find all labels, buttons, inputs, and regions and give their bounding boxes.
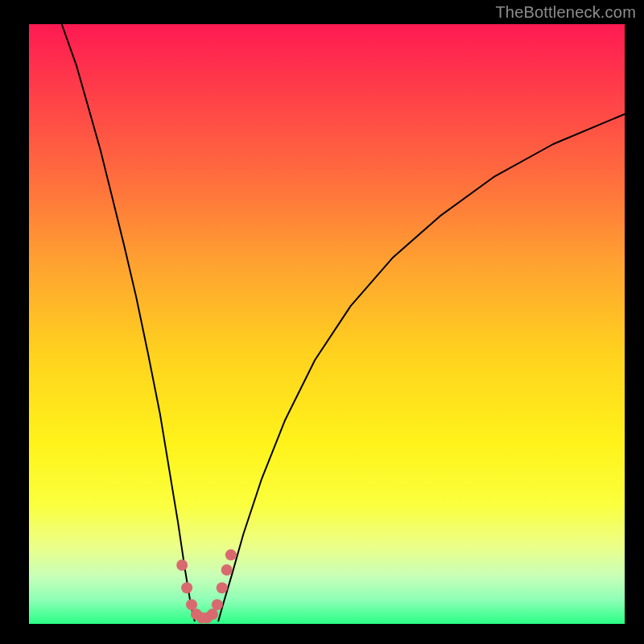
highlight-dot: [225, 549, 237, 560]
highlight-dot: [186, 599, 197, 610]
highlight-dot: [181, 582, 192, 593]
highlight-dot: [176, 559, 188, 571]
highlight-dot: [207, 609, 218, 620]
highlight-dot: [212, 599, 223, 610]
chart-frame: TheBottleneck.com: [0, 0, 644, 644]
bottleneck-chart: [0, 0, 644, 644]
plot-background: [29, 24, 625, 624]
highlight-dot: [221, 564, 233, 576]
watermark-text: TheBottleneck.com: [495, 3, 636, 22]
highlight-dot: [217, 582, 228, 593]
